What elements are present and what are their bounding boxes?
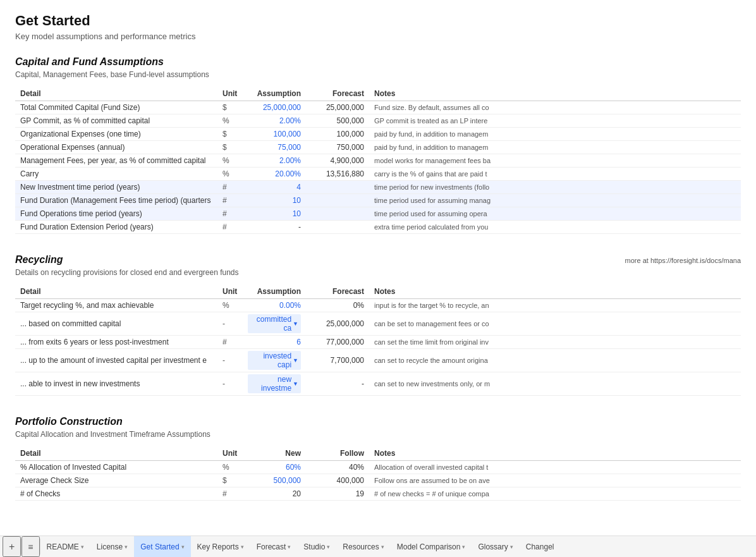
table-row: Total Commited Capital (Fund Size) $ 25,… xyxy=(15,101,741,114)
cell-assumption[interactable]: new investme ▼ xyxy=(243,372,306,396)
cell-notes: can set to new investments only, or m xyxy=(369,372,741,396)
table-row: Fund Operations time period (years) # 10… xyxy=(15,207,741,221)
table-capital-fund: Detail Unit Assumption Forecast Notes To… xyxy=(15,87,741,234)
nav-item-readme[interactable]: README ▾ xyxy=(40,536,90,557)
cell-assumption[interactable]: 100,000 xyxy=(243,128,306,141)
cell-assumption[interactable]: 4 xyxy=(243,181,306,194)
th-forecast-2: Forecast xyxy=(306,285,369,299)
th-notes-3: Notes xyxy=(369,446,741,461)
cell-assumption[interactable]: invested capi ▼ xyxy=(243,349,306,372)
cell-notes: time period used for assuming opera xyxy=(369,207,741,221)
nav-item-model-comparison[interactable]: Model Comparison ▾ xyxy=(391,536,472,557)
nav-item-glossary[interactable]: Glossary ▾ xyxy=(472,536,519,557)
cell-new: 20 xyxy=(243,487,306,501)
cell-notes: input is for the target % to recycle, an xyxy=(369,299,741,312)
cell-forecast: 500,000 xyxy=(306,114,369,128)
cell-forecast: 13,516,880 xyxy=(306,168,369,181)
cell-notes: GP commit is treated as an LP intere xyxy=(369,114,741,128)
cell-assumption[interactable]: 25,000,000 xyxy=(243,101,306,114)
cell-forecast xyxy=(306,181,369,194)
nav-label: Forecast xyxy=(257,542,286,551)
th-unit-2: Unit xyxy=(217,285,243,299)
cell-notes: model works for management fees ba xyxy=(369,154,741,168)
cell-forecast: 750,000 xyxy=(306,141,369,154)
cell-detail: Target recycling %, and max achievable xyxy=(15,299,217,312)
table-recycling: Detail Unit Assumption Forecast Notes Ta… xyxy=(15,285,741,396)
cell-assumption[interactable]: 2.00% xyxy=(243,114,306,128)
dropdown-invested[interactable]: invested capi ▼ xyxy=(248,351,301,370)
cell-forecast: 7,700,000 xyxy=(306,349,369,372)
nav-label: Studio xyxy=(303,542,325,551)
nav-label: Glossary xyxy=(478,542,508,551)
section-portfolio: Portfolio Construction Capital Allocatio… xyxy=(15,416,741,501)
cell-new[interactable]: 500,000 xyxy=(243,474,306,487)
nav-item-forecast[interactable]: Forecast ▾ xyxy=(250,536,298,557)
cell-detail: Management Fees, per year, as % of commi… xyxy=(15,154,217,168)
table-row: Management Fees, per year, as % of commi… xyxy=(15,154,741,168)
cell-unit: $ xyxy=(217,101,243,114)
cell-follow: 40% xyxy=(306,461,369,474)
section-title-capital-fund: Capital and Fund Assumptions xyxy=(15,56,741,68)
nav-hamburger-button[interactable]: ≡ xyxy=(21,536,39,557)
cell-detail: Operational Expenses (annual) xyxy=(15,141,217,154)
cell-unit: % xyxy=(217,154,243,168)
cell-forecast xyxy=(306,207,369,221)
cell-assumption[interactable]: 6 xyxy=(243,336,306,349)
cell-assumption: - xyxy=(243,221,306,234)
th-detail-3: Detail xyxy=(15,446,217,461)
dropdown-new-invest[interactable]: new investme ▼ xyxy=(248,374,301,393)
nav-plus-button[interactable]: + xyxy=(3,536,21,557)
cell-detail: ... from exits 6 years or less post-inve… xyxy=(15,336,217,349)
section-recycling: Recycling Details on recycling provision… xyxy=(15,254,741,396)
cell-forecast: 25,000,000 xyxy=(306,312,369,336)
cell-assumption[interactable]: 10 xyxy=(243,207,306,221)
cell-detail: ... able to invest in new investments xyxy=(15,372,217,396)
recycling-extra-note: more at https://foresight.is/docs/mana xyxy=(625,254,741,264)
nav-item-key-reports[interactable]: Key Reports ▾ xyxy=(191,536,250,557)
table-row: GP Commit, as % of committed capital % 2… xyxy=(15,114,741,128)
cell-detail: Organizational Expenses (one time) xyxy=(15,128,217,141)
cell-notes: can set the time limit from original inv xyxy=(369,336,741,349)
cell-assumption[interactable]: 2.00% xyxy=(243,154,306,168)
page-title: Get Started xyxy=(15,13,741,29)
cell-unit: # xyxy=(217,336,243,349)
cell-new[interactable]: 60% xyxy=(243,461,306,474)
chevron-down-icon: ▾ xyxy=(181,544,185,550)
table-row: ... able to invest in new investments - … xyxy=(15,372,741,396)
cell-assumption[interactable]: 10 xyxy=(243,194,306,207)
nav-label: License xyxy=(97,542,123,551)
cell-detail: Fund Duration Extension Period (years) xyxy=(15,221,217,234)
cell-unit: - xyxy=(217,312,243,336)
nav-item-license[interactable]: License ▾ xyxy=(90,536,134,557)
section-title-portfolio: Portfolio Construction xyxy=(15,416,741,427)
nav-item-changel[interactable]: Changel xyxy=(520,536,561,557)
page-subtitle: Key model assumptions and performance me… xyxy=(15,32,741,41)
dropdown-committed[interactable]: committed ca ▼ xyxy=(248,314,301,333)
cell-unit: % xyxy=(217,168,243,181)
cell-notes: paid by fund, in addition to managem xyxy=(369,128,741,141)
cell-assumption[interactable]: committed ca ▼ xyxy=(243,312,306,336)
nav-item-studio[interactable]: Studio ▾ xyxy=(297,536,336,557)
nav-item-get-started[interactable]: Get Started ▾ xyxy=(134,536,190,557)
chevron-down-icon: ▾ xyxy=(327,544,330,550)
cell-forecast: 25,000,000 xyxy=(306,101,369,114)
chevron-down-icon: ▾ xyxy=(125,544,128,550)
cell-assumption[interactable]: 0.00% xyxy=(243,299,306,312)
cell-notes: can set to recycle the amount origina xyxy=(369,349,741,372)
cell-follow: 19 xyxy=(306,487,369,501)
cell-notes: paid by fund, in addition to managem xyxy=(369,141,741,154)
nav-item-resources[interactable]: Resources ▾ xyxy=(336,536,390,557)
cell-forecast: 77,000,000 xyxy=(306,336,369,349)
cell-unit: % xyxy=(217,461,243,474)
cell-detail: % Allocation of Invested Capital xyxy=(15,461,217,474)
nav-label: Key Reports xyxy=(197,542,239,551)
cell-unit: - xyxy=(217,349,243,372)
cell-unit: $ xyxy=(217,474,243,487)
cell-assumption[interactable]: 75,000 xyxy=(243,141,306,154)
main-content: Get Started Key model assumptions and pe… xyxy=(0,0,756,536)
table-row: Operational Expenses (annual) $ 75,000 7… xyxy=(15,141,741,154)
chevron-down-icon: ▾ xyxy=(462,544,465,550)
cell-assumption[interactable]: 20.00% xyxy=(243,168,306,181)
cell-notes: extra time period calculated from you xyxy=(369,221,741,234)
chevron-down-icon: ▾ xyxy=(288,544,291,550)
